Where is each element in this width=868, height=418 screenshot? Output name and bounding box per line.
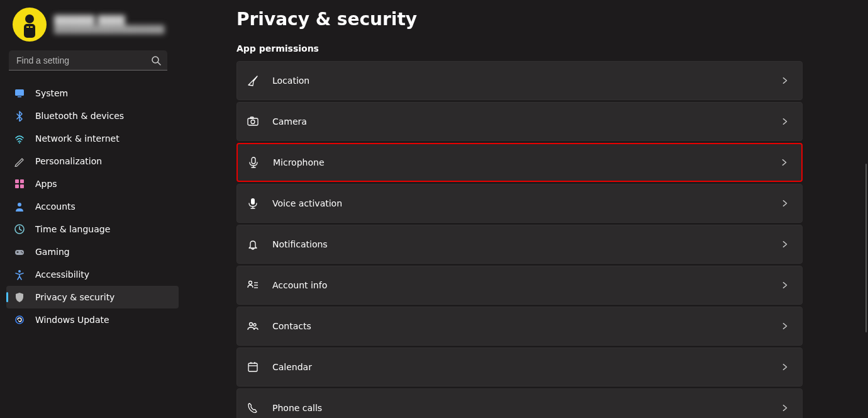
permission-voice-activation[interactable]: Voice activation	[236, 184, 803, 223]
search-field[interactable]	[9, 50, 167, 71]
profile-email: ███████████████████	[54, 25, 164, 34]
sidebar: ██████ ████ ███████████████████ SystemBl…	[0, 0, 189, 418]
phone-icon	[246, 401, 260, 415]
search-icon	[151, 55, 161, 65]
profile-text: ██████ ████ ███████████████████	[54, 15, 164, 34]
permission-label: Calendar	[272, 362, 768, 372]
permission-camera[interactable]: Camera	[236, 102, 803, 141]
chevron-right-icon	[781, 240, 789, 249]
sidebar-item-label: Gaming	[35, 247, 70, 257]
sidebar-item-label: Time & language	[35, 224, 110, 234]
sidebar-item-accounts[interactable]: Accounts	[6, 195, 179, 218]
sidebar-item-network-internet[interactable]: Network & internet	[6, 127, 179, 150]
chevron-right-icon	[781, 117, 789, 126]
calendar-icon	[246, 360, 260, 374]
chevron-right-icon	[781, 76, 789, 85]
voice-icon	[246, 196, 260, 210]
sidebar-item-label: Privacy & security	[35, 292, 114, 302]
chevron-right-icon	[781, 363, 789, 371]
sidebar-item-apps[interactable]: Apps	[6, 172, 179, 195]
avatar	[13, 8, 47, 42]
accounts-icon	[14, 201, 25, 212]
network-icon	[14, 133, 25, 144]
sidebar-item-label: Apps	[35, 179, 57, 189]
personalization-icon	[14, 155, 25, 167]
camera-icon	[246, 115, 260, 128]
permission-contacts[interactable]: Contacts	[236, 307, 803, 346]
sidebar-item-label: Bluetooth & devices	[35, 111, 124, 121]
sidebar-item-accessibility[interactable]: Accessibility	[6, 263, 179, 286]
accessibility-icon	[14, 269, 25, 280]
apps-icon	[14, 178, 25, 189]
bluetooth-icon	[14, 110, 25, 121]
sidebar-nav: SystemBluetooth & devicesNetwork & inter…	[6, 82, 179, 331]
microphone-icon	[247, 155, 260, 169]
permission-label: Voice activation	[272, 198, 768, 208]
chevron-right-icon	[781, 281, 789, 290]
permission-label: Microphone	[273, 157, 767, 167]
sidebar-item-label: Accessibility	[35, 269, 89, 280]
sidebar-item-bluetooth-devices[interactable]: Bluetooth & devices	[6, 104, 179, 127]
sidebar-item-label: Network & internet	[35, 133, 120, 144]
location-icon	[246, 74, 260, 88]
search-input[interactable]	[9, 50, 167, 71]
sidebar-item-personalization[interactable]: Personalization	[6, 150, 179, 172]
section-title: App permissions	[236, 43, 803, 54]
system-icon	[14, 88, 25, 99]
time-language-icon	[14, 223, 25, 235]
contacts-icon	[246, 319, 260, 333]
sidebar-item-privacy-security[interactable]: Privacy & security	[6, 286, 179, 308]
chevron-right-icon	[780, 158, 789, 167]
notifications-icon	[246, 237, 260, 251]
sidebar-item-time-language[interactable]: Time & language	[6, 218, 179, 240]
main-content: Privacy & security App permissions Locat…	[189, 0, 868, 418]
chevron-right-icon	[781, 404, 789, 412]
sidebar-item-label: Personalization	[35, 156, 102, 166]
profile-name: ██████ ████	[54, 15, 164, 25]
account-info-icon	[246, 278, 260, 292]
permission-phone-calls[interactable]: Phone calls	[236, 388, 803, 418]
permission-label: Account info	[272, 280, 768, 290]
permission-label: Contacts	[272, 321, 768, 331]
permission-list: LocationCameraMicrophoneVoice activation…	[236, 61, 803, 418]
permission-label: Notifications	[272, 239, 768, 249]
permission-label: Location	[272, 76, 768, 86]
privacy-icon	[14, 291, 25, 303]
profile-block[interactable]: ██████ ████ ███████████████████	[10, 8, 179, 50]
sidebar-item-gaming[interactable]: Gaming	[6, 240, 179, 263]
sidebar-item-label: System	[35, 88, 68, 98]
sidebar-item-label: Windows Update	[35, 315, 109, 325]
permission-label: Camera	[272, 116, 768, 127]
scrollbar[interactable]	[865, 164, 867, 332]
permission-microphone[interactable]: Microphone	[236, 143, 803, 182]
permission-calendar[interactable]: Calendar	[236, 347, 803, 387]
sidebar-item-label: Accounts	[35, 201, 75, 212]
permission-location[interactable]: Location	[236, 61, 803, 100]
gaming-icon	[14, 246, 25, 257]
page-title: Privacy & security	[236, 9, 803, 30]
sidebar-item-windows-update[interactable]: Windows Update	[6, 308, 179, 331]
permission-label: Phone calls	[272, 403, 768, 413]
update-icon	[14, 314, 25, 325]
sidebar-item-system[interactable]: System	[6, 82, 179, 104]
chevron-right-icon	[781, 322, 789, 330]
permission-account-info[interactable]: Account info	[236, 266, 803, 305]
chevron-right-icon	[781, 199, 789, 208]
permission-notifications[interactable]: Notifications	[236, 225, 803, 264]
